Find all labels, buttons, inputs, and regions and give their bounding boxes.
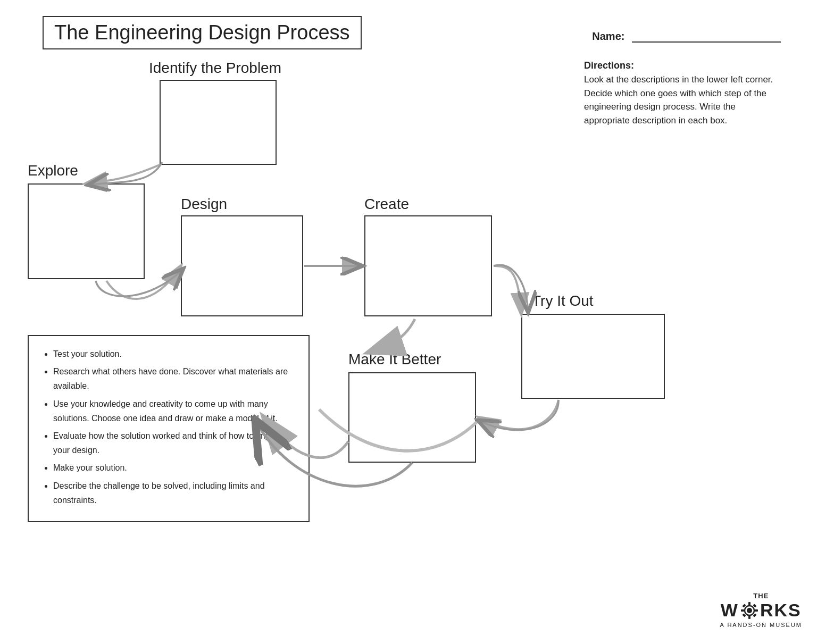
explore-box xyxy=(28,183,145,279)
description-box: Test your solution. Research what others… xyxy=(28,335,310,522)
identify-label: Identify the Problem xyxy=(149,60,281,77)
logo-the: THE xyxy=(720,592,802,600)
logo-rks: RKS xyxy=(760,600,802,621)
makeitbetter-label: Make It Better xyxy=(348,351,441,368)
name-section: Name: xyxy=(592,29,781,43)
makeitbetter-box xyxy=(348,372,476,463)
name-line xyxy=(632,29,781,43)
logo-tagline: A Hands-On Museum xyxy=(720,622,802,628)
description-list: Test your solution. Research what others… xyxy=(41,347,296,507)
directions-section: Directions: Look at the descriptions in … xyxy=(584,58,781,127)
title-box: The Engineering Design Process xyxy=(43,16,362,49)
svg-point-6 xyxy=(747,608,752,613)
explore-label: Explore xyxy=(28,162,78,179)
svg-rect-7 xyxy=(748,602,750,605)
name-label: Name: xyxy=(592,30,624,42)
svg-rect-9 xyxy=(741,609,744,612)
create-box xyxy=(364,215,492,316)
list-item: Use your knowledge and creativity to com… xyxy=(53,397,296,425)
directions-text: Look at the descriptions in the lower le… xyxy=(584,74,773,126)
logo-area: THE W RKS A Hands-On Museum xyxy=(720,592,802,628)
create-label: Create xyxy=(364,196,409,213)
svg-rect-10 xyxy=(755,609,758,612)
page: The Engineering Design Process Name: Dir… xyxy=(0,0,834,644)
logo-works: W RKS xyxy=(720,600,802,621)
list-item: Test your solution. xyxy=(53,347,296,361)
list-item: Make your solution. xyxy=(53,461,296,475)
svg-rect-8 xyxy=(748,616,750,619)
identify-box xyxy=(160,80,277,165)
directions-label: Directions: xyxy=(584,60,634,71)
list-item: Evaluate how the solution worked and thi… xyxy=(53,429,296,457)
logo-w: W xyxy=(721,600,739,621)
list-item: Research what others have done. Discover… xyxy=(53,364,296,393)
gear-icon xyxy=(739,600,760,621)
design-label: Design xyxy=(181,196,227,213)
page-title: The Engineering Design Process xyxy=(54,21,350,44)
tryitout-box xyxy=(521,314,665,399)
list-item: Describe the challenge to be solved, inc… xyxy=(53,479,296,507)
design-box xyxy=(181,215,303,316)
tryitout-label: Try It Out xyxy=(532,292,594,310)
